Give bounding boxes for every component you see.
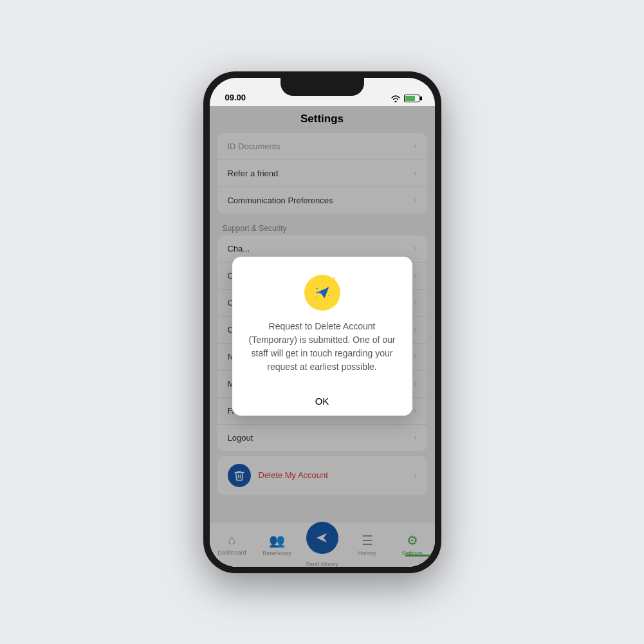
modal-overlay: Request to Delete Account (Temporary) is… bbox=[210, 106, 435, 567]
paper-plane-icon bbox=[311, 282, 333, 304]
dialog-icon bbox=[304, 275, 340, 311]
status-time: 09.00 bbox=[225, 93, 246, 102]
svg-point-3 bbox=[328, 295, 329, 296]
battery-fill bbox=[405, 96, 415, 101]
wifi-icon bbox=[391, 95, 401, 102]
notch bbox=[281, 78, 364, 96]
svg-point-4 bbox=[315, 297, 316, 298]
battery-icon bbox=[404, 95, 419, 102]
app-content: Settings ID Documents › Refer a friend ›… bbox=[210, 106, 435, 567]
phone-screen: 09.00 Settings bbox=[210, 78, 435, 567]
svg-point-1 bbox=[316, 288, 318, 290]
phone-frame: 09.00 Settings bbox=[203, 71, 441, 573]
status-icons bbox=[391, 95, 419, 102]
dialog-ok-button[interactable]: OK bbox=[232, 387, 412, 416]
dialog: Request to Delete Account (Temporary) is… bbox=[232, 257, 412, 416]
dialog-body: Request to Delete Account (Temporary) is… bbox=[232, 257, 412, 387]
dialog-message: Request to Delete Account (Temporary) is… bbox=[248, 320, 397, 374]
